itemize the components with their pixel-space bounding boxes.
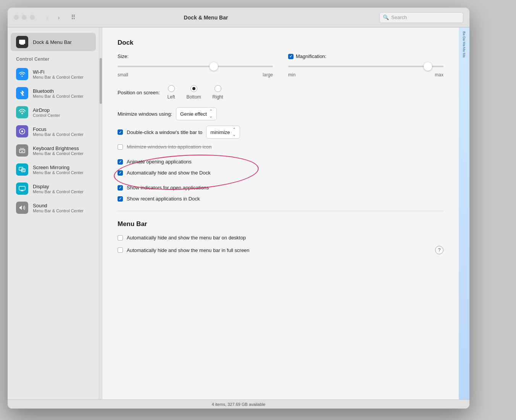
sidebar-item-dock-menu-bar[interactable]: Dock & Menu Bar [11, 33, 96, 51]
sidebar-item-airdrop[interactable]: AirDrop Control Center [11, 103, 96, 121]
svg-rect-14 [19, 186, 25, 190]
svg-point-2 [21, 113, 23, 114]
airdrop-label: AirDrop [33, 107, 60, 113]
sidebar-scrollbar-thumb[interactable] [100, 58, 102, 104]
airdrop-sublabel: Control Center [33, 113, 60, 118]
double-click-checkbox[interactable] [118, 129, 123, 135]
sidebar-item-focus[interactable]: Focus Menu Bar & Control Center [11, 122, 96, 141]
search-placeholder: Search [391, 15, 407, 20]
minimize-icon-label: Minimize windows into application icon [127, 144, 212, 150]
position-bottom-option[interactable]: Bottom [187, 85, 201, 100]
minimize-icon-checkbox[interactable] [118, 144, 123, 150]
menu-bar-hide-desktop-row: Automatically hide and show the menu bar… [118, 235, 443, 241]
auto-hide-dock-label: Automatically hide and show the Dock [127, 170, 211, 176]
animate-checkbox[interactable] [118, 159, 123, 165]
right-decoration: Ba Da Ma Ma Ma [459, 27, 469, 399]
minimize-label: Minimize windows using: [118, 111, 172, 117]
right-label-5: Ma [462, 53, 466, 58]
minimize-icon-row: Minimize windows into application icon [118, 144, 443, 150]
mag-slider-labels: min max [288, 72, 443, 78]
indicators-checkbox[interactable] [118, 185, 123, 191]
double-click-chevron: ⌃⌄ [232, 127, 236, 137]
position-right-option[interactable]: Right [213, 85, 223, 100]
close-button[interactable] [14, 15, 19, 20]
size-slider-thumb[interactable] [210, 62, 218, 71]
section-divider [118, 211, 443, 211]
size-slider-track [118, 66, 273, 67]
bluetooth-sublabel: Menu Bar & Control Center [33, 94, 84, 99]
auto-hide-dock-row: Automatically hide and show the Dock [118, 170, 443, 176]
help-button[interactable]: ? [435, 246, 443, 254]
auto-hide-dock-checkbox[interactable] [118, 170, 123, 176]
mag-max-label: max [435, 72, 443, 78]
mag-slider-track [288, 66, 443, 67]
minimize-button[interactable] [22, 15, 27, 20]
svg-rect-0 [19, 40, 25, 44]
animate-label: Animate opening applications [127, 159, 192, 165]
mag-slider-thumb[interactable] [424, 62, 432, 71]
svg-line-11 [23, 148, 24, 149]
sidebar-item-bluetooth[interactable]: Bluetooth Menu Bar & Control Center [11, 84, 96, 102]
minimize-chevron: ⌃⌄ [209, 109, 213, 119]
size-small-label: small [118, 72, 128, 78]
wifi-text-group: Wi-Fi Menu Bar & Control Center [33, 69, 84, 79]
position-right-radio[interactable] [214, 85, 221, 92]
focus-label: Focus [33, 126, 84, 132]
annotated-section: Animate opening applications Automatical… [118, 155, 443, 185]
maximize-button[interactable] [30, 15, 35, 20]
airdrop-icon [16, 106, 28, 118]
sidebar-item-sound[interactable]: Sound Menu Bar & Control Center [11, 199, 96, 217]
dock-menubar-text-group: Dock & Menu Bar [33, 39, 72, 45]
sidebar-item-screen-mirroring[interactable]: Screen Mirroring Menu Bar & Control Cent… [11, 160, 96, 179]
magnification-checkbox[interactable] [288, 54, 293, 59]
svg-line-10 [21, 148, 21, 149]
size-label: Size: [118, 53, 273, 59]
wifi-label: Wi-Fi [33, 69, 84, 75]
forward-button[interactable]: › [54, 14, 64, 21]
wifi-sublabel: Menu Bar & Control Center [33, 75, 84, 79]
svg-point-3 [21, 131, 23, 132]
sidebar-scrollbar[interactable] [99, 27, 102, 399]
double-click-select[interactable]: minimize ⌃⌄ [206, 126, 240, 139]
recent-checkbox[interactable] [118, 196, 123, 202]
sidebar-item-display[interactable]: Display Menu Bar & Control Center [11, 179, 96, 198]
sidebar-item-keyboard-brightness[interactable]: Keyboard Brightness Menu Bar & Control C… [11, 141, 96, 160]
display-sublabel: Menu Bar & Control Center [33, 189, 84, 194]
display-icon [16, 183, 28, 195]
size-slider-track-container [118, 62, 273, 71]
menu-bar-hide-desktop-checkbox[interactable] [118, 235, 123, 241]
main-window: ‹ › ⠿ Dock & Menu Bar 🔍 Search Dock & M [8, 8, 469, 409]
size-section: Size: small large [118, 53, 273, 78]
sound-label: Sound [33, 203, 84, 208]
position-left-option[interactable]: Left [168, 85, 175, 100]
traffic-lights [14, 15, 35, 20]
search-icon: 🔍 [383, 15, 389, 20]
menu-bar-hide-fullscreen-checkbox[interactable] [118, 247, 123, 253]
bluetooth-icon [16, 87, 28, 99]
svg-rect-4 [19, 149, 25, 153]
minimize-select[interactable]: Genie effect ⌃⌄ [176, 107, 217, 120]
focus-sublabel: Menu Bar & Control Center [33, 132, 84, 137]
sound-text-group: Sound Menu Bar & Control Center [33, 203, 84, 213]
window-title: Dock & Menu Bar [83, 15, 329, 21]
screen-mirroring-icon [16, 163, 28, 176]
mag-header-row: Magnification: [288, 53, 443, 59]
dock-menubar-icon [16, 36, 28, 48]
sidebar-item-wifi[interactable]: Wi-Fi Menu Bar & Control Center [11, 65, 96, 83]
recent-label: Show recent applications in Dock [127, 196, 200, 202]
search-box[interactable]: 🔍 Search [379, 12, 463, 23]
mag-slider-track-container [288, 62, 443, 71]
footer-text: 4 items, 327.69 GB available [212, 402, 266, 407]
minimize-row: Minimize windows using: Genie effect ⌃⌄ [118, 107, 443, 120]
position-bottom-radio[interactable] [190, 85, 197, 92]
nav-buttons: ‹ › [42, 14, 64, 21]
grid-button[interactable]: ⠿ [68, 14, 78, 21]
recent-row: Show recent applications in Dock [118, 196, 443, 202]
display-text-group: Display Menu Bar & Control Center [33, 184, 84, 194]
position-left-radio[interactable] [168, 85, 175, 92]
menu-bar-hide-fullscreen-label: Automatically hide and show the menu bar… [127, 247, 431, 253]
content-area: Dock & Menu Bar Control Center Wi-Fi Men… [8, 27, 469, 399]
animate-row: Animate opening applications [118, 159, 443, 165]
back-button[interactable]: ‹ [42, 14, 52, 21]
screen-mirroring-text-group: Screen Mirroring Menu Bar & Control Cent… [33, 165, 84, 175]
